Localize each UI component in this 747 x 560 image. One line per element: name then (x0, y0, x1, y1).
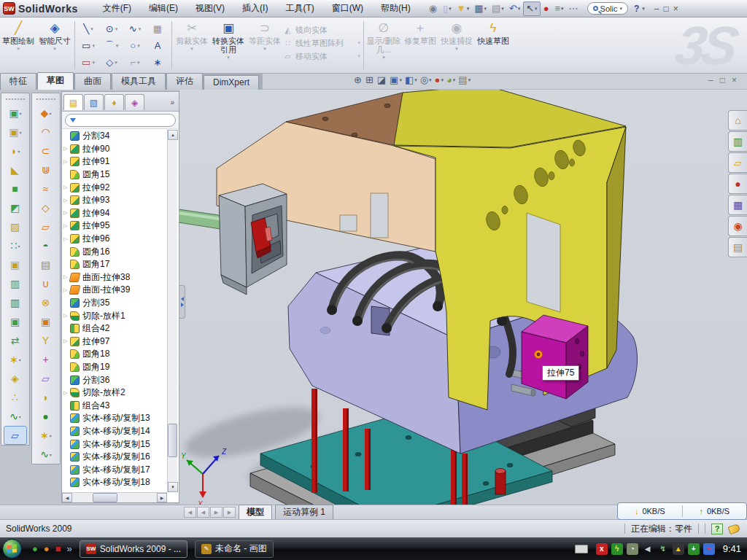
feature-tree-item[interactable]: ▷ 切除-放样2 (62, 386, 167, 400)
planar-surface-icon[interactable]: ▱ (32, 217, 60, 236)
feature-tree-item[interactable]: ▷ 拉伸96 (62, 233, 167, 246)
panel-expand-chevron[interactable]: » (170, 98, 177, 106)
command-tab[interactable]: DimXpert (204, 75, 259, 90)
spline-icon[interactable]: ∿▾ (123, 20, 147, 37)
restore-button[interactable]: □ (664, 4, 669, 13)
sweep-icon[interactable]: ⊂ (32, 141, 60, 160)
tree-vertical-scrollbar[interactable]: ▲ ▼ (167, 130, 177, 492)
next-tab-button[interactable]: ▶ (210, 507, 222, 518)
wireless-warning-icon[interactable]: ▲ (673, 543, 684, 555)
feature-tree-item[interactable]: ▷ 拉伸93 (62, 194, 167, 207)
feature-tree-item[interactable]: ▷ 曲面-拉伸38 (62, 271, 167, 284)
overflow-dots-icon[interactable]: ⋯ (567, 1, 581, 16)
dropdown-arrow-icon[interactable]: ▾ (17, 46, 20, 52)
move-copy-body-icon[interactable]: ⇄ (1, 331, 29, 350)
arc-icon[interactable]: ⌒▾ (100, 37, 123, 54)
feature-tree-item[interactable]: ▷ 拉伸92 (62, 181, 167, 194)
cut-extrude-icon[interactable]: ▣▾ (1, 122, 29, 141)
apply-scene-icon[interactable]: ◕▾ (446, 75, 455, 85)
print-icon[interactable]: ▤▾ (489, 1, 506, 16)
feature-tree-item[interactable]: ▷ 拉伸90 (62, 143, 167, 156)
rebuild-traffic-light-icon[interactable]: ● (541, 1, 552, 16)
save-icon[interactable]: ▦▾ (472, 1, 489, 16)
undo-icon[interactable]: ↶▾ (507, 1, 522, 16)
linear-pattern-button[interactable]: ∷ 线性草图阵列 ▾ (283, 36, 362, 50)
options-checklist-icon[interactable]: ≡▾ (552, 1, 565, 16)
feature-tree-item[interactable]: ▷ 实体-移动/复制17 (62, 463, 167, 476)
pin-icon[interactable]: ◉ (427, 1, 440, 16)
dropdown-arrow-icon[interactable]: ▾ (227, 55, 230, 61)
toolbar-grip[interactable] (36, 98, 55, 101)
scroll-down-button[interactable]: ▼ (168, 482, 178, 492)
help-button[interactable]: ? (634, 4, 639, 14)
menu-item[interactable]: 工具(T) (276, 0, 322, 17)
feature-tree-item[interactable]: ▷ 切除-放样1 (62, 309, 167, 322)
feature-tree-item[interactable]: ▷ 实体-移动/复制15 (62, 438, 167, 451)
bend-icon[interactable]: ∪ (32, 274, 60, 293)
rapid-sketch-button[interactable]: ϟ 快速草图 (475, 18, 511, 73)
feature-tree-item[interactable]: ▷ 分割35 (62, 297, 167, 310)
sketch-button[interactable]: ╱ 草图绘制 ▾ (0, 18, 36, 73)
taskbar-window-button[interactable]: ✎ 未命名 - 画图 (195, 540, 274, 558)
feature-tree-item[interactable]: ▷ 实体-移动/复制16 (62, 451, 167, 464)
zoom-fit-icon[interactable]: ⊕ (354, 75, 363, 85)
vpn-network-icon[interactable]: ↯ (657, 543, 669, 555)
spline-feature-icon[interactable]: ∿▾ (1, 407, 29, 426)
command-tab[interactable]: 评估 (166, 73, 203, 90)
polygon-icon[interactable]: ◇▾ (100, 54, 123, 71)
measure-tool-icon[interactable]: ▱ (4, 426, 27, 445)
tree-horizontal-scrollbar[interactable]: ◀ ▶ (62, 492, 167, 502)
scroll-up-button[interactable]: ▲ (168, 130, 178, 140)
bodies-stack-icon[interactable]: ▥ (1, 293, 29, 312)
loft-icon[interactable]: ⋓ (32, 160, 60, 179)
move-face-icon[interactable]: + (32, 350, 60, 369)
feature-tree-item[interactable]: ▷ 拉伸94 (62, 207, 167, 220)
boss-extrude-icon[interactable]: ▣▾ (1, 104, 29, 122)
expand-arrow-icon[interactable]: ▷ (63, 338, 70, 344)
scroll-right-button[interactable]: ▶ (157, 493, 167, 502)
doc-minimize-button[interactable]: – (708, 75, 713, 85)
quick-tips-button[interactable]: ? (711, 524, 723, 534)
toolbar-grip[interactable] (6, 98, 25, 101)
line-icon[interactable]: ╲▾ (77, 20, 100, 37)
close-button[interactable]: × (673, 4, 678, 13)
solidworks-search-icon[interactable]: ● (728, 174, 747, 194)
select-cursor-icon[interactable]: ↖▾ (523, 1, 540, 16)
expand-arrow-icon[interactable]: ▷ (63, 210, 70, 216)
scrollbar-thumb[interactable] (168, 424, 177, 457)
feature-tree-item[interactable]: ▷ 曲面-拉伸39 (62, 284, 167, 297)
smart-dimension-button[interactable]: ◈ 智能尺寸 ▾ (36, 18, 73, 73)
linear-pattern-feature-icon[interactable]: ∷▾ (1, 236, 29, 255)
document-tab[interactable]: 模型 (239, 505, 272, 521)
cut-body-icon[interactable]: ◩ (1, 198, 29, 217)
doc-close-button[interactable]: × (732, 75, 737, 85)
quick-snaps-button[interactable]: ◉ 快速捕捉 ▾ (438, 18, 475, 73)
dome-icon[interactable]: ◓ (32, 236, 60, 255)
doc-restore-button[interactable]: □ (720, 75, 725, 85)
zoom-area-icon[interactable]: ⊞ (365, 75, 374, 85)
propertymanager-tab[interactable]: ▧ (84, 94, 104, 110)
combine-bodies-icon[interactable]: ▣ (1, 255, 29, 274)
last-tab-button[interactable]: ▶ (223, 507, 236, 518)
menu-item[interactable]: 窗口(W) (323, 0, 372, 17)
solidworks-launcher-icon[interactable]: ■ (55, 543, 61, 554)
section-view-icon[interactable]: ◪ (377, 75, 387, 85)
antivirus-shield-icon[interactable]: ϟ (611, 543, 623, 555)
feature-tree-item[interactable]: ▷ 圆角15 (62, 168, 167, 182)
configurationmanager-tab[interactable]: ♦ (104, 94, 124, 110)
prev-tab-button[interactable]: ◀ (197, 507, 209, 518)
tree-filter-input[interactable] (65, 114, 176, 127)
command-tab[interactable]: 模具工具 (112, 73, 166, 90)
new-file-icon[interactable]: ▯▾ (441, 1, 454, 16)
feature-tree-item[interactable]: ▷ 组合43 (62, 399, 167, 412)
flex-icon[interactable]: ≈ (32, 179, 60, 198)
offset-entities-button[interactable]: ⊃ 等距实体 ▾ (247, 18, 283, 73)
fillet-surface-icon[interactable]: ◗ (32, 388, 60, 407)
dropdown-arrow-icon[interactable]: ▾ (263, 46, 266, 52)
thicken-icon[interactable]: ▤ (32, 255, 60, 274)
command-tab[interactable]: 曲面 (74, 73, 111, 90)
search-box[interactable]: Solic ▾ (587, 2, 628, 15)
expand-arrow-icon[interactable]: ▷ (63, 223, 70, 229)
boss-body-icon[interactable]: ■ (1, 179, 29, 198)
appearances-scenes-icon[interactable]: ◉ (728, 216, 747, 236)
